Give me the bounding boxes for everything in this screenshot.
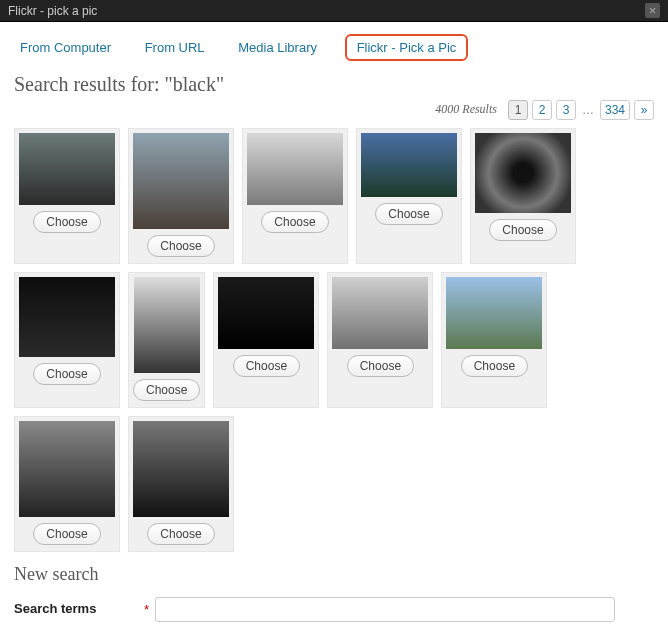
result-thumbnail[interactable] [133, 421, 229, 517]
result-thumbnail[interactable] [19, 133, 115, 205]
choose-button[interactable]: Choose [133, 379, 200, 401]
result-card: Choose [128, 272, 205, 408]
page-next[interactable]: » [634, 100, 654, 120]
choose-button[interactable]: Choose [147, 523, 214, 545]
result-card: Choose [14, 128, 120, 264]
result-card: Choose [356, 128, 462, 264]
page-ellipsis: … [580, 100, 596, 120]
new-search-heading: New search [14, 564, 654, 585]
result-thumbnail[interactable] [361, 133, 457, 197]
result-thumbnail[interactable] [332, 277, 428, 349]
tab-from-computer[interactable]: From Computer [14, 36, 117, 59]
result-thumbnail[interactable] [218, 277, 314, 349]
search-terms-label: Search terms [14, 597, 144, 616]
choose-button[interactable]: Choose [233, 355, 300, 377]
choose-button[interactable]: Choose [347, 355, 414, 377]
tab-from-url[interactable]: From URL [139, 36, 211, 59]
result-card: Choose [441, 272, 547, 408]
result-thumbnail[interactable] [247, 133, 343, 205]
page-1: 1 [508, 100, 528, 120]
result-card: Choose [213, 272, 319, 408]
page-2[interactable]: 2 [532, 100, 552, 120]
result-card: Choose [14, 272, 120, 408]
result-thumbnail[interactable] [19, 277, 115, 357]
result-card: Choose [470, 128, 576, 264]
choose-button[interactable]: Choose [33, 363, 100, 385]
row-search-terms: Search terms * Look for photos whose tit… [14, 597, 654, 625]
choose-button[interactable]: Choose [147, 235, 214, 257]
results-grid: ChooseChooseChooseChooseChooseChooseChoo… [14, 128, 654, 552]
results-count: 4000 Results [435, 102, 497, 116]
result-card: Choose [14, 416, 120, 552]
choose-button[interactable]: Choose [461, 355, 528, 377]
tab-media-library[interactable]: Media Library [232, 36, 323, 59]
required-mark: * [144, 602, 149, 617]
results-bar: 4000 Results 1 2 3 … 334 » [14, 100, 654, 120]
upload-tabs: From Computer From URL Media Library Fli… [0, 22, 668, 67]
choose-button[interactable]: Choose [261, 211, 328, 233]
choose-button[interactable]: Choose [33, 211, 100, 233]
window-title: Flickr - pick a pic [8, 4, 97, 18]
content: Search results for: "black" 4000 Results… [0, 73, 668, 625]
result-card: Choose [128, 416, 234, 552]
page-last[interactable]: 334 [600, 100, 630, 120]
tab-flickr-pick-a-pic[interactable]: Flickr - Pick a Pic [345, 34, 469, 61]
choose-button[interactable]: Choose [489, 219, 556, 241]
titlebar: Flickr - pick a pic × [0, 0, 668, 22]
result-card: Choose [128, 128, 234, 264]
choose-button[interactable]: Choose [375, 203, 442, 225]
close-icon[interactable]: × [645, 3, 660, 18]
result-card: Choose [327, 272, 433, 408]
result-thumbnail[interactable] [446, 277, 542, 349]
result-thumbnail[interactable] [134, 277, 200, 373]
results-heading: Search results for: "black" [14, 73, 654, 96]
pagination: 1 2 3 … 334 » [508, 100, 654, 120]
result-thumbnail[interactable] [475, 133, 571, 213]
search-terms-input[interactable] [155, 597, 615, 622]
result-thumbnail[interactable] [133, 133, 229, 229]
result-thumbnail[interactable] [19, 421, 115, 517]
page-3[interactable]: 3 [556, 100, 576, 120]
result-card: Choose [242, 128, 348, 264]
choose-button[interactable]: Choose [33, 523, 100, 545]
